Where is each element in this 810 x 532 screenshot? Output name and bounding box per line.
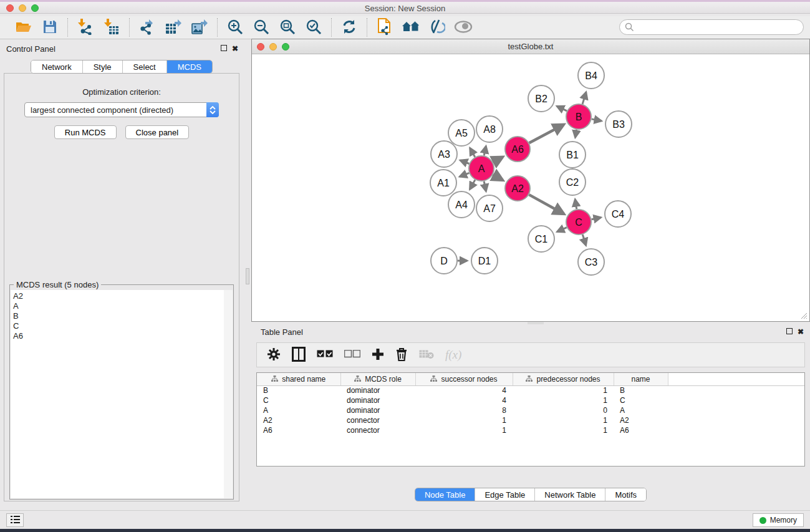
table-cell[interactable]: 1 <box>415 425 513 435</box>
table-cell[interactable]: dominator <box>340 405 415 415</box>
deselect-all-button[interactable] <box>344 350 360 360</box>
column-header-MCDS-role[interactable]: MCDS role <box>340 373 415 385</box>
table-cell[interactable]: 4 <box>415 385 513 395</box>
edge-A6-B[interactable] <box>529 125 564 143</box>
edge-A-A3[interactable] <box>460 160 469 163</box>
tab-network[interactable]: Network <box>31 60 83 73</box>
edge-A-A1[interactable] <box>460 173 469 177</box>
run-mcds-button[interactable]: Run MCDS <box>54 125 117 139</box>
import-network-button[interactable] <box>77 19 94 36</box>
hide-annotations-button[interactable] <box>428 19 446 36</box>
export-image-button[interactable] <box>191 19 208 36</box>
network-window-titlebar[interactable]: testGlobe.txt <box>252 39 809 54</box>
table-cell[interactable]: C <box>614 395 668 405</box>
table-cell[interactable]: B <box>614 385 668 395</box>
float-panel-icon[interactable] <box>221 45 227 51</box>
edge-B-B1[interactable] <box>576 130 577 138</box>
table-cell[interactable]: 1 <box>513 425 614 435</box>
edge-C-C3[interactable] <box>582 235 586 245</box>
memory-button[interactable]: Memory <box>753 513 804 527</box>
table-row[interactable]: Cdominator41C <box>257 395 804 405</box>
zoom-out-button[interactable] <box>253 19 270 36</box>
show-column-button[interactable] <box>292 347 306 364</box>
mcds-result-list[interactable]: A2ABCA6 <box>11 290 233 498</box>
column-header-successor-nodes[interactable]: successor nodes <box>415 373 513 385</box>
edge-C-C4[interactable] <box>592 218 601 220</box>
table-cell[interactable]: A <box>614 405 668 415</box>
table-cell[interactable]: dominator <box>340 395 415 405</box>
network-canvas[interactable]: B4B2BB3A5A8A6A3B1AC2A1A2A4A7C4CC1DD1C3 <box>253 55 809 321</box>
table-cell[interactable]: A2 <box>257 415 340 425</box>
mcds-result-item[interactable]: C <box>13 321 224 331</box>
open-recent-session-button[interactable] <box>376 19 393 36</box>
save-session-button[interactable] <box>41 19 59 36</box>
edge-B-B2[interactable] <box>557 106 567 111</box>
float-table-panel-icon[interactable] <box>786 328 793 334</box>
column-header-shared-name[interactable]: shared name <box>257 373 340 385</box>
refresh-button[interactable] <box>340 19 358 36</box>
edge-A-A2[interactable] <box>493 175 503 180</box>
show-task-history-button[interactable] <box>6 513 24 527</box>
vertical-splitter-handle[interactable] <box>246 268 249 284</box>
function-builder-button[interactable]: f(x) <box>445 348 461 362</box>
edge-A-A4[interactable] <box>470 180 475 189</box>
edge-A-A6[interactable] <box>493 157 503 162</box>
table-cell[interactable]: connector <box>340 425 415 435</box>
tab-edge-table[interactable]: Edge Table <box>475 488 535 501</box>
tab-select[interactable]: Select <box>123 60 167 73</box>
edge-A-A7[interactable] <box>484 181 486 191</box>
resize-grip-icon[interactable] <box>800 312 808 319</box>
table-row[interactable]: Adominator80A <box>257 405 804 415</box>
zoom-selected-button[interactable] <box>305 19 322 36</box>
column-header-name[interactable]: name <box>614 373 668 385</box>
table-cell[interactable]: A6 <box>614 425 668 435</box>
network-overview-button[interactable] <box>402 19 420 36</box>
column-header-predecessor-nodes[interactable]: predecessor nodes <box>513 373 614 385</box>
show-graphics-details-button[interactable] <box>455 19 472 36</box>
edge-A2-C[interactable] <box>529 195 564 214</box>
edge-B-B3[interactable] <box>592 119 602 121</box>
tab-mcds[interactable]: MCDS <box>167 60 212 73</box>
import-table-button[interactable] <box>103 19 120 36</box>
export-network-button[interactable] <box>138 19 156 36</box>
table-cell[interactable]: 4 <box>415 395 513 405</box>
tab-node-table[interactable]: Node Table <box>415 488 476 501</box>
table-cell[interactable]: 1 <box>513 395 614 405</box>
tab-network-table[interactable]: Network Table <box>535 488 605 501</box>
mcds-result-item[interactable]: A <box>13 301 224 311</box>
criterion-select[interactable]: largest connected component (directed) <box>24 102 219 117</box>
table-row[interactable]: Bdominator41B <box>257 385 804 395</box>
zoom-in-button[interactable] <box>226 19 244 36</box>
delete-column-button[interactable] <box>395 347 408 363</box>
edge-B-B4[interactable] <box>582 92 586 104</box>
table-cell[interactable]: dominator <box>340 385 415 395</box>
edge-C-C2[interactable] <box>575 200 576 210</box>
edge-A-A5[interactable] <box>470 148 475 157</box>
select-all-button[interactable] <box>317 350 333 360</box>
table-cell[interactable]: 0 <box>513 405 614 415</box>
table-cell[interactable]: 8 <box>415 405 513 415</box>
mcds-result-item[interactable]: A2 <box>13 291 224 301</box>
close-panel-button[interactable]: Close panel <box>125 125 190 139</box>
add-column-button[interactable] <box>372 348 384 362</box>
tab-motifs[interactable]: Motifs <box>605 488 646 501</box>
table-cell[interactable]: C <box>257 395 340 405</box>
delete-table-button[interactable] <box>419 349 434 361</box>
table-row[interactable]: A2connector11A2 <box>257 415 804 425</box>
export-table-button[interactable] <box>165 19 182 36</box>
mcds-result-item[interactable]: B <box>13 311 224 321</box>
edge-C-C1[interactable] <box>557 228 567 232</box>
table-cell[interactable]: B <box>257 385 340 395</box>
table-cell[interactable]: 1 <box>513 385 614 395</box>
zoom-fit-button[interactable] <box>279 19 296 36</box>
search-input[interactable] <box>619 19 804 35</box>
open-session-button[interactable] <box>15 19 32 36</box>
table-row[interactable]: A6connector11A6 <box>257 425 804 435</box>
edge-A-A8[interactable] <box>484 146 486 155</box>
table-cell[interactable]: 1 <box>513 415 614 425</box>
node-table[interactable]: shared nameMCDS rolesuccessor nodesprede… <box>256 372 805 467</box>
tab-style[interactable]: Style <box>83 60 123 73</box>
close-table-panel-icon[interactable]: ✖ <box>798 328 804 336</box>
table-cell[interactable]: connector <box>340 415 415 425</box>
table-cell[interactable]: A2 <box>614 415 668 425</box>
